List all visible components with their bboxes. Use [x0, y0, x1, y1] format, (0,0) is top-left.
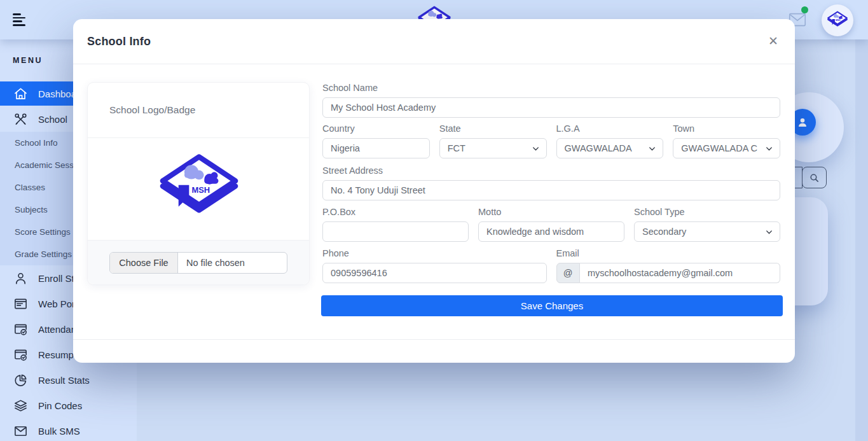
email-at-addon: @	[556, 263, 580, 283]
avatar-logo-icon	[826, 9, 849, 32]
person-icon	[13, 271, 28, 286]
field-school-type: School Type Secondary	[634, 207, 780, 242]
motto-label: Motto	[478, 207, 624, 218]
field-lga: L.G.A GWAGWALADA	[556, 123, 664, 158]
logo-file-input[interactable]: Choose File No file chosen	[109, 252, 287, 274]
browser-check-icon	[13, 347, 28, 362]
logo-card-footer: Choose File No file chosen	[88, 240, 309, 284]
layers-icon	[13, 398, 28, 413]
tools-icon	[13, 112, 28, 127]
email-label: Email	[556, 248, 781, 259]
modal-header: School Info ✕	[73, 19, 795, 64]
street-address-input[interactable]	[322, 180, 780, 200]
town-select[interactable]: GWAGWALADA C	[673, 138, 780, 158]
field-phone: Phone	[322, 248, 547, 283]
state-label: State	[439, 123, 547, 134]
file-status-text: No file chosen	[178, 253, 287, 273]
search-icon	[809, 172, 820, 183]
logo-card-header: School Logo/Badge	[88, 83, 309, 138]
field-school-name: School Name	[322, 83, 780, 118]
close-icon[interactable]: ✕	[768, 34, 778, 48]
pobox-label: P.O.Box	[322, 207, 469, 218]
street-address-label: Street Address	[322, 165, 780, 176]
sidebar-item-result-stats[interactable]: Result Stats	[0, 367, 137, 393]
field-town: Town GWAGWALADA C	[673, 123, 780, 158]
logo-preview	[88, 138, 309, 241]
modal-title: School Info	[87, 35, 151, 48]
sidebar-item-bulk-sms[interactable]: Bulk SMS	[0, 418, 137, 441]
chevron-down-icon	[765, 228, 773, 236]
chevron-down-icon	[648, 144, 656, 153]
scrollbar-track[interactable]	[855, 39, 868, 441]
logo-card-title: School Logo/Badge	[109, 104, 195, 116]
school-type-label: School Type	[634, 207, 780, 218]
pobox-input[interactable]	[322, 221, 469, 242]
menu-section-label: MENU	[13, 56, 43, 65]
save-changes-button[interactable]: Save Changes	[321, 295, 783, 316]
chevron-down-icon	[532, 144, 540, 153]
home-icon	[13, 87, 28, 101]
school-avatar[interactable]	[822, 4, 853, 36]
country-label: Country	[322, 123, 430, 134]
town-label: Town	[673, 123, 780, 134]
sidebar-item-pin-codes[interactable]: Pin Codes	[0, 393, 137, 418]
phone-label: Phone	[322, 248, 547, 259]
school-logo-image	[151, 152, 247, 227]
notification-dot	[801, 6, 808, 13]
search-button[interactable]	[802, 167, 827, 188]
field-email: Email @	[556, 248, 781, 283]
field-country: Country	[322, 123, 430, 158]
choose-file-button[interactable]: Choose File	[110, 253, 178, 273]
pie-chart-icon	[13, 373, 28, 388]
logo-card: School Logo/Badge Choose File No file ch…	[87, 82, 310, 285]
modal-footer-divider	[73, 339, 795, 340]
lga-select[interactable]: GWAGWALADA	[556, 138, 664, 158]
browser-check-icon	[13, 322, 28, 337]
lga-label: L.G.A	[556, 123, 664, 134]
state-select[interactable]: FCT	[439, 138, 547, 158]
envelope-icon	[13, 424, 28, 438]
country-input[interactable]	[322, 138, 430, 158]
menu-toggle-icon[interactable]	[13, 13, 27, 26]
field-state: State FCT	[439, 123, 547, 158]
person-icon	[796, 115, 809, 129]
browser-lines-icon	[13, 297, 28, 311]
motto-input[interactable]	[478, 221, 624, 242]
school-type-select[interactable]: Secondary	[634, 221, 780, 242]
phone-input[interactable]	[322, 263, 547, 283]
school-name-input[interactable]	[322, 97, 780, 118]
chevron-down-icon	[765, 144, 773, 153]
field-motto: Motto	[478, 207, 624, 242]
school-info-modal: School Info ✕ School Logo/Badge Choose F…	[73, 19, 795, 363]
field-street-address: Street Address	[322, 165, 780, 200]
email-input[interactable]	[580, 263, 780, 283]
field-pobox: P.O.Box	[322, 207, 469, 242]
school-name-label: School Name	[322, 83, 780, 94]
